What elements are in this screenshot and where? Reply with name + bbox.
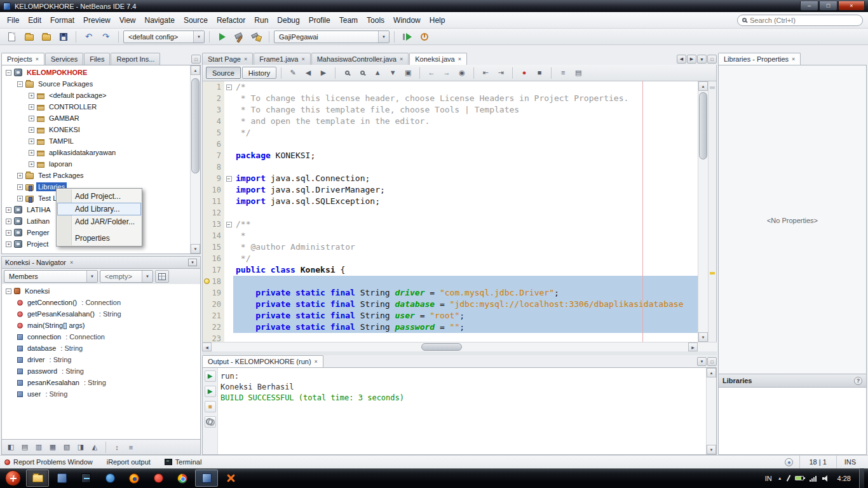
menu-source[interactable]: Source [179, 13, 212, 27]
open-project-button[interactable] [38, 30, 54, 44]
minimize-button[interactable]: – [800, 1, 818, 11]
menu-edit[interactable]: Edit [24, 13, 46, 27]
maximize-button[interactable]: □ [819, 1, 837, 11]
undo-button[interactable]: ↶ [81, 30, 97, 44]
secondary-filter-dropdown[interactable]: <empty> ▼ [100, 270, 153, 283]
taskbar-app-netbeans[interactable] [195, 470, 218, 487]
menu-profile[interactable]: Profile [304, 13, 335, 27]
tab-close-icon[interactable]: × [458, 57, 461, 62]
config-dropdown[interactable]: <default config> ▼ [123, 30, 205, 43]
fold-collapse-icon[interactable]: − [226, 222, 232, 227]
close-button[interactable]: × [838, 1, 865, 11]
editor-start-macro-button[interactable]: ● [517, 67, 531, 79]
nav-member-getconnection[interactable]: getConnection() : Connection [2, 297, 200, 308]
tree-node-tampil[interactable]: +TAMPIL [2, 135, 190, 147]
expand-handle[interactable]: + [29, 127, 34, 133]
taskbar-app-explorer[interactable] [26, 470, 49, 487]
navigator-show-public-button[interactable]: ▦ [46, 442, 59, 453]
editor-hscrollbar[interactable]: ◀ ▶ [202, 342, 717, 351]
show-desktop-button[interactable] [859, 468, 864, 488]
scroll-thumb[interactable] [191, 78, 200, 173]
editor-next-occurrence-button[interactable]: ▼ [386, 67, 400, 79]
taskbar-app-firefox[interactable] [123, 470, 146, 487]
tree-node-controller[interactable]: +CONTROLLER [2, 101, 190, 112]
scroll-tabs-left-button[interactable]: ◀ [677, 55, 686, 64]
navigator-show-non-public-button[interactable]: ▧ [60, 442, 73, 453]
navigator-table-button[interactable] [155, 270, 169, 283]
insert-mode-indicator[interactable]: INS [836, 456, 864, 468]
status-report-problems-window[interactable]: Report Problems Window [4, 458, 93, 466]
editor-find-selection-button[interactable] [355, 67, 369, 79]
taskbar-app-media[interactable] [98, 470, 121, 487]
editor-toggle-bookmark-button[interactable]: ◉ [455, 67, 469, 79]
nav-member-pesankesalahan[interactable]: pesanKesalahan : String [2, 377, 200, 388]
scroll-up-button[interactable]: ▲ [191, 65, 200, 75]
scroll-up-button[interactable]: ▲ [707, 368, 716, 377]
editor-next-bookmark-button[interactable]: → [440, 67, 454, 79]
expand-handle[interactable]: + [29, 93, 34, 98]
menu-refactor[interactable]: Refactor [212, 13, 250, 27]
tab-libraries-properties[interactable]: Libraries - Properties × [718, 53, 801, 65]
output-scrollbar[interactable]: ▲ ▼ [706, 368, 716, 454]
fold-collapse-icon[interactable]: − [226, 176, 232, 182]
expand-handle[interactable]: + [6, 219, 11, 224]
menu-run[interactable]: Run [250, 13, 273, 27]
tree-node-koneksi[interactable]: +KONEKSI [2, 124, 190, 135]
profile-project-button[interactable] [416, 30, 432, 44]
menu-file[interactable]: File [3, 13, 24, 27]
search-box[interactable] [737, 15, 863, 26]
members-filter-dropdown[interactable]: Members ▼ [4, 270, 98, 283]
output-lines[interactable]: run:Koneksi BerhasilBUILD SUCCESSFUL (to… [218, 368, 706, 454]
editor-stop-macro-button[interactable]: ■ [532, 67, 546, 79]
status-terminal[interactable]: Terminal [165, 458, 202, 466]
tab-start-page[interactable]: Start Page× [202, 53, 253, 65]
float-panel-button[interactable]: □ [191, 55, 201, 64]
navigator-sort-alpha-button[interactable]: ↕ [111, 442, 123, 453]
navigator-fully-qualified-button[interactable]: ◨ [74, 442, 87, 453]
network-icon[interactable] [810, 475, 817, 482]
search-input[interactable] [750, 17, 858, 24]
tree-node-aplikasidatakaryawan[interactable]: +aplikasidatakaryawan [2, 147, 190, 158]
tab-koneksi-java[interactable]: Koneksi.java× [409, 53, 467, 65]
tree-node-laporan[interactable]: +laporan [2, 158, 190, 170]
expand-handle[interactable]: − [6, 288, 11, 294]
tab-projects[interactable]: Projects× [1, 53, 44, 65]
navigator-show-static-button[interactable]: ▥ [32, 442, 45, 453]
nav-member-user[interactable]: user : String [2, 388, 200, 400]
stop-build-button[interactable]: ■ [205, 401, 216, 412]
save-all-button[interactable] [55, 30, 71, 44]
expand-handle[interactable]: + [6, 230, 11, 236]
clean-build-button[interactable] [248, 30, 264, 44]
menu-debug[interactable]: Debug [273, 13, 304, 27]
scroll-down-button[interactable]: ▼ [707, 445, 716, 454]
context-menu-item-add-jar-folder[interactable]: Add JAR/Folder... [57, 215, 141, 228]
nav-member-password[interactable]: password : String [2, 365, 200, 377]
scroll-thumb[interactable] [421, 343, 462, 351]
debug-project-button[interactable] [399, 30, 415, 44]
navigator-sort-source-button[interactable]: ≡ [125, 442, 137, 453]
menu-format[interactable]: Format [46, 13, 79, 27]
taskbar-app-opera[interactable] [147, 470, 170, 487]
tree-node-default-package[interactable]: +<default package> [2, 90, 190, 101]
tab-files[interactable]: Files [84, 53, 110, 65]
expand-handle[interactable]: + [17, 184, 23, 190]
nav-member-database[interactable]: database : String [2, 342, 200, 354]
tree-node-source-packages[interactable]: −Source Packages [2, 78, 190, 90]
navigator-minimize-icon[interactable]: ▾ [188, 259, 197, 266]
error-stripe[interactable] [708, 81, 716, 342]
expand-handle[interactable]: + [29, 139, 34, 144]
fold-collapse-icon[interactable]: − [226, 85, 232, 90]
editor-last-edit-button[interactable]: ✎ [286, 67, 300, 79]
expand-handle[interactable]: + [29, 104, 34, 110]
nav-member-connection[interactable]: connection : Connection [2, 331, 200, 342]
expand-handle[interactable]: + [29, 116, 34, 121]
tab-close-icon[interactable]: × [301, 57, 304, 62]
nav-member-driver[interactable]: driver : String [2, 354, 200, 365]
expand-handle[interactable]: + [29, 150, 34, 156]
expand-handle[interactable]: + [6, 241, 11, 247]
run-project-button[interactable] [214, 30, 230, 44]
taskbar-app-xampp[interactable] [219, 470, 242, 487]
scroll-down-button[interactable]: ▼ [698, 332, 708, 342]
tab-close-icon[interactable]: × [315, 359, 318, 365]
tab-close-icon[interactable]: × [244, 57, 247, 62]
